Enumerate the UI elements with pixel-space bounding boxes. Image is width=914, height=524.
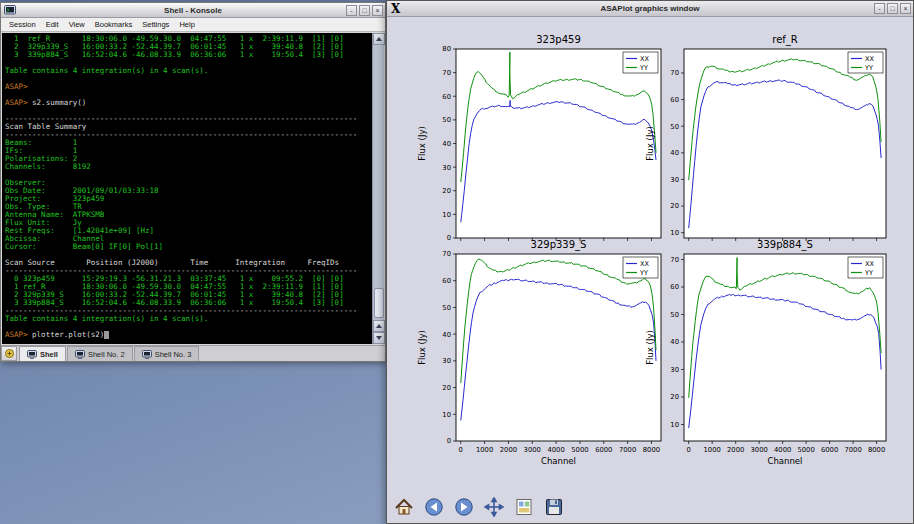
y-axis-label: Flux (Jy) bbox=[645, 126, 655, 161]
x-tick-label: 4000 bbox=[774, 446, 791, 454]
y-tick-label: 50 bbox=[670, 123, 679, 131]
scroll-down-button[interactable] bbox=[373, 332, 385, 344]
y-tick-label: 50 bbox=[442, 116, 451, 124]
y-tick-label: 50 bbox=[670, 311, 679, 319]
close-button[interactable]: × bbox=[900, 3, 911, 14]
y-tick-label: 10 bbox=[442, 411, 451, 419]
home-icon bbox=[394, 497, 414, 517]
x-tick-label: 7000 bbox=[844, 446, 861, 454]
terminal-line: ASAP> s2.summary() bbox=[5, 99, 371, 107]
terminal-line: Table contains 4 integration(s) in 4 sca… bbox=[5, 315, 371, 323]
tab-label: Shell No. 2 bbox=[88, 350, 125, 359]
y-tick-label: 10 bbox=[670, 421, 679, 429]
y-tick-label: 60 bbox=[670, 96, 679, 104]
y-axis-label: Flux (Jy) bbox=[645, 330, 655, 365]
pan-icon bbox=[484, 497, 504, 517]
legend-label: XX bbox=[865, 55, 874, 63]
tab-bar: ShellShell No. 2Shell No. 3 bbox=[1, 345, 385, 361]
x-tick-label: 1000 bbox=[476, 446, 493, 454]
x-tick-label: 5000 bbox=[571, 446, 588, 454]
terminal-line: Table contains 4 integration(s) in 4 sca… bbox=[5, 67, 371, 75]
y-tick-label: 50 bbox=[442, 304, 451, 312]
terminal-icon bbox=[27, 350, 37, 359]
forward-button[interactable] bbox=[452, 495, 476, 519]
menu-settings[interactable]: Settings bbox=[137, 20, 174, 29]
tab-label: Shell bbox=[40, 350, 58, 359]
maximize-button[interactable]: □ bbox=[887, 3, 898, 14]
tab-shell-no-3[interactable]: Shell No. 3 bbox=[134, 346, 200, 361]
maximize-button[interactable]: □ bbox=[359, 5, 370, 16]
menu-bar: SessionEditViewBookmarksSettingsHelp bbox=[1, 18, 385, 32]
save-button[interactable] bbox=[542, 495, 566, 519]
terminal-scrollbar[interactable] bbox=[372, 33, 384, 344]
minimize-button[interactable]: - bbox=[874, 3, 885, 14]
tab-shell[interactable]: Shell bbox=[19, 346, 66, 361]
konsole-app-icon bbox=[4, 5, 16, 16]
subplot-ref_R: 10203040506070ref_RFlux (Jy)XXYY bbox=[645, 34, 886, 241]
legend-label: YY bbox=[639, 64, 648, 72]
pan-button[interactable] bbox=[482, 495, 506, 519]
legend-label: XX bbox=[640, 55, 649, 63]
y-tick-label: 0 bbox=[447, 234, 451, 242]
asaplot-window-controls: - □ × bbox=[874, 3, 911, 14]
y-tick-label: 40 bbox=[442, 140, 451, 148]
y-axis-label: Flux (Jy) bbox=[417, 126, 427, 161]
back-button[interactable] bbox=[422, 495, 446, 519]
plot-canvas[interactable]: 01020304050607080323p459Flux (Jy)XXYY102… bbox=[387, 17, 913, 493]
scroll-up-button-bottom[interactable] bbox=[373, 320, 385, 332]
scroll-up-button[interactable] bbox=[373, 33, 385, 45]
new-session-button[interactable] bbox=[1, 346, 17, 361]
minimize-button[interactable]: - bbox=[346, 5, 357, 16]
y-tick-label: 40 bbox=[670, 338, 679, 346]
menu-view[interactable]: View bbox=[64, 20, 90, 29]
y-tick-label: 30 bbox=[670, 366, 679, 374]
subplot-323p459: 01020304050607080323p459Flux (Jy)XXYY bbox=[417, 34, 661, 242]
y-tick-label: 40 bbox=[442, 331, 451, 339]
menu-edit[interactable]: Edit bbox=[41, 20, 64, 29]
scrollbar-thumb[interactable] bbox=[374, 288, 384, 318]
y-tick-label: 10 bbox=[670, 229, 679, 237]
legend-label: YY bbox=[864, 64, 873, 72]
close-button[interactable]: × bbox=[372, 5, 383, 16]
terminal-cursor bbox=[104, 331, 109, 339]
y-tick-label: 60 bbox=[442, 277, 451, 285]
y-tick-label: 70 bbox=[442, 69, 451, 77]
x-tick-label: 0 bbox=[459, 446, 463, 454]
y-tick-label: 20 bbox=[442, 187, 451, 195]
subplot-title: 339p884_S bbox=[757, 239, 813, 251]
x-axis-label: Channel bbox=[541, 456, 576, 466]
x-tick-label: 2000 bbox=[727, 446, 744, 454]
terminal-screen[interactable]: 1 ref_R 18:30:06.0 -49.59.30.0 04:47:55 … bbox=[2, 33, 384, 344]
konsole-window-controls: - □ × bbox=[346, 5, 383, 16]
x-tick-label: 2000 bbox=[500, 446, 517, 454]
terminal-line bbox=[5, 75, 371, 83]
arrow-down-icon bbox=[376, 336, 382, 340]
legend-label: YY bbox=[864, 269, 873, 277]
subplot-title: 323p459 bbox=[536, 34, 581, 45]
tab-list: ShellShell No. 2Shell No. 3 bbox=[19, 346, 200, 361]
x-tick-label: 6000 bbox=[821, 446, 838, 454]
configure-subplots-icon bbox=[514, 497, 534, 517]
x-tick-label: 8000 bbox=[868, 446, 885, 454]
y-tick-label: 60 bbox=[442, 93, 451, 101]
asaplot-titlebar[interactable]: X ASAPlot graphics window - □ × bbox=[387, 1, 913, 17]
x11-logo-icon: X bbox=[391, 2, 400, 16]
menu-session[interactable]: Session bbox=[4, 20, 41, 29]
subplot-339p884_S: 0100020003000400050006000700080001020304… bbox=[645, 239, 886, 466]
tab-shell-no-2[interactable]: Shell No. 2 bbox=[67, 346, 133, 361]
arrow-up-icon bbox=[376, 37, 382, 41]
configure-subplots-button[interactable] bbox=[512, 495, 536, 519]
terminal-icon bbox=[75, 350, 85, 359]
terminal-output: 1 ref_R 18:30:06.0 -49.59.30.0 04:47:55 … bbox=[5, 35, 371, 344]
x-tick-label: 5000 bbox=[797, 446, 814, 454]
home-button[interactable] bbox=[392, 495, 416, 519]
menu-help[interactable]: Help bbox=[174, 20, 199, 29]
konsole-titlebar[interactable]: Shell - Konsole - □ × bbox=[1, 3, 385, 18]
x-tick-label: 7000 bbox=[619, 446, 636, 454]
back-arrow-icon bbox=[424, 497, 444, 517]
y-tick-label: 70 bbox=[442, 250, 451, 258]
konsole-title: Shell - Konsole bbox=[1, 6, 385, 15]
y-tick-label: 70 bbox=[670, 256, 679, 264]
menu-bookmarks[interactable]: Bookmarks bbox=[90, 20, 138, 29]
plot-toolbar bbox=[392, 493, 566, 521]
